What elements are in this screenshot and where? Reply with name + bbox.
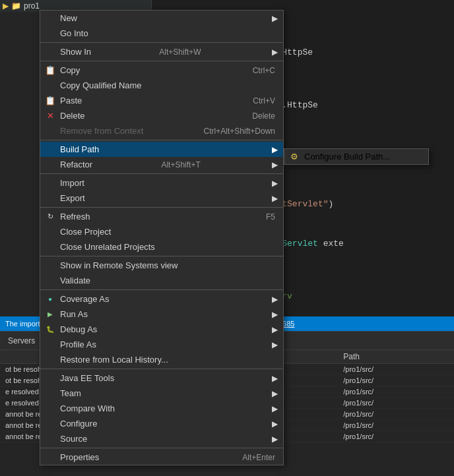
copy-icon: 📋 bbox=[43, 65, 57, 75]
menu-item-refactor[interactable]: Refactor Alt+Shift+T ▶ bbox=[40, 157, 283, 172]
tab-servers[interactable]: Servers bbox=[3, 334, 40, 348]
arrow-icon-refactor: ▶ bbox=[272, 160, 278, 169]
delete-icon: ✕ bbox=[43, 111, 57, 121]
arrow-icon-build-path: ▶ bbox=[272, 145, 278, 154]
shortcut-refactor: Alt+Shift+T bbox=[161, 160, 203, 169]
menu-item-new-label: New bbox=[60, 13, 77, 23]
separator-6 bbox=[40, 256, 283, 256]
menu-item-compare-with[interactable]: Compare With ▶ bbox=[40, 401, 283, 416]
menu-item-debug-as[interactable]: 🐛 Debug As ▶ bbox=[40, 322, 283, 337]
menu-item-build-path[interactable]: Build Path ▶ bbox=[40, 142, 283, 157]
menu-item-refresh[interactable]: ↻ Refresh F5 bbox=[40, 209, 283, 224]
shortcut-refresh: F5 bbox=[266, 212, 278, 222]
menu-item-configure[interactable]: Configure ▶ bbox=[40, 416, 283, 431]
arrow-icon-configure: ▶ bbox=[272, 419, 278, 429]
menu-item-show-remote[interactable]: Show in Remote Systems view bbox=[40, 258, 283, 273]
menu-item-delete-label: Delete bbox=[60, 111, 85, 121]
menu-item-close-project[interactable]: Close Project bbox=[40, 224, 283, 239]
submenu-item-configure-build-path[interactable]: ⚙ Configure Build Path... bbox=[284, 149, 428, 164]
row-path: /pro1/src/ bbox=[338, 386, 454, 398]
menu-item-paste[interactable]: 📋 Paste Ctrl+V bbox=[40, 93, 283, 108]
col-header-path: Path bbox=[338, 350, 454, 364]
menu-item-validate-label: Validate bbox=[60, 276, 90, 285]
menu-item-debug-as-label: Debug As bbox=[60, 324, 97, 334]
menu-item-copy-qualified-label: Copy Qualified Name bbox=[60, 80, 142, 90]
menu-item-go-into[interactable]: Go Into bbox=[40, 26, 283, 41]
separator-9 bbox=[40, 448, 283, 448]
arrow-icon-debug: ▶ bbox=[272, 325, 278, 334]
separator-8 bbox=[40, 369, 283, 369]
menu-item-validate[interactable]: Validate bbox=[40, 273, 283, 288]
menu-item-go-into-label: Go Into bbox=[60, 28, 88, 38]
shortcut-copy: Ctrl+C bbox=[253, 66, 278, 75]
arrow-icon-coverage: ▶ bbox=[272, 295, 278, 304]
row-path: /pro1/src/ bbox=[338, 409, 454, 420]
arrow-icon-export: ▶ bbox=[272, 194, 278, 203]
menu-item-coverage-as[interactable]: ● Coverage As ▶ bbox=[40, 291, 283, 307]
menu-item-copy-qualified[interactable]: Copy Qualified Name bbox=[40, 78, 283, 93]
menu-item-java-ee-tools-label: Java EE Tools bbox=[60, 373, 114, 383]
menu-item-coverage-as-label: Coverage As bbox=[60, 294, 109, 304]
arrow-icon-compare: ▶ bbox=[272, 404, 278, 413]
coverage-icon: ● bbox=[43, 295, 57, 303]
menu-item-refresh-label: Refresh bbox=[60, 212, 90, 222]
menu-item-delete[interactable]: ✕ Delete Delete bbox=[40, 108, 283, 123]
debug-icon: 🐛 bbox=[43, 326, 57, 333]
arrow-icon: ▶ bbox=[272, 14, 278, 23]
menu-item-export[interactable]: Export ▶ bbox=[40, 191, 283, 206]
run-icon: ▶ bbox=[43, 311, 57, 318]
menu-item-team[interactable]: Team ▶ bbox=[40, 386, 283, 401]
separator-4 bbox=[40, 173, 283, 174]
menu-item-close-unrelated-label: Close Unrelated Projects bbox=[60, 242, 155, 252]
tab-servers-label: Servers bbox=[8, 336, 35, 345]
menu-item-source[interactable]: Source ▶ bbox=[40, 431, 283, 446]
arrow-icon-import: ▶ bbox=[272, 179, 278, 188]
arrow-icon-team: ▶ bbox=[272, 389, 278, 398]
menu-item-java-ee-tools[interactable]: Java EE Tools ▶ bbox=[40, 371, 283, 386]
menu-item-copy-label: Copy bbox=[60, 65, 80, 75]
menu-item-export-label: Export bbox=[60, 193, 85, 203]
menu-item-close-unrelated[interactable]: Close Unrelated Projects bbox=[40, 239, 283, 254]
menu-item-source-label: Source bbox=[60, 434, 87, 444]
refresh-icon: ↻ bbox=[43, 212, 57, 221]
arrow-icon-show-in: ▶ bbox=[272, 47, 278, 57]
arrow-icon-profile: ▶ bbox=[272, 340, 278, 349]
menu-item-new[interactable]: New ▶ bbox=[40, 11, 283, 26]
project-label: pro1 bbox=[24, 1, 40, 11]
configure-build-path-icon: ⚙ bbox=[287, 152, 302, 162]
menu-item-show-in-label: Show In bbox=[60, 47, 91, 57]
build-path-submenu: ⚙ Configure Build Path... bbox=[284, 148, 429, 165]
row-path: /pro1/src/ bbox=[338, 431, 454, 442]
shortcut-paste: Ctrl+V bbox=[253, 96, 278, 105]
shortcut-properties: Alt+Enter bbox=[242, 453, 278, 462]
menu-item-restore-history[interactable]: Restore from Local History... bbox=[40, 352, 283, 367]
menu-item-profile-as[interactable]: Profile As ▶ bbox=[40, 337, 283, 352]
menu-item-copy[interactable]: 📋 Copy Ctrl+C bbox=[40, 63, 283, 78]
menu-item-import[interactable]: Import ▶ bbox=[40, 175, 283, 191]
menu-item-team-label: Team bbox=[60, 388, 81, 398]
row-path: /pro1/src/ bbox=[338, 398, 454, 409]
menu-item-show-remote-label: Show in Remote Systems view bbox=[60, 260, 178, 270]
menu-item-properties[interactable]: Properties Alt+Enter bbox=[40, 450, 283, 465]
menu-item-show-in[interactable]: Show In Alt+Shift+W ▶ bbox=[40, 44, 283, 59]
arrow-icon-source: ▶ bbox=[272, 434, 278, 444]
menu-item-build-path-label: Build Path bbox=[60, 144, 99, 154]
paste-icon: 📋 bbox=[43, 96, 57, 105]
context-menu: New ▶ Go Into Show In Alt+Shift+W ▶ 📋 Co… bbox=[40, 10, 284, 465]
menu-item-remove-context-label: Remove from Context bbox=[60, 126, 143, 136]
menu-item-compare-with-label: Compare With bbox=[60, 403, 115, 413]
shortcut-show-in: Alt+Shift+W bbox=[159, 47, 203, 57]
row-path: /pro1/src/ bbox=[338, 420, 454, 431]
separator-2 bbox=[40, 61, 283, 61]
separator-3 bbox=[40, 140, 283, 140]
arrow-icon-run: ▶ bbox=[272, 310, 278, 319]
menu-item-import-label: Import bbox=[60, 178, 84, 188]
separator-5 bbox=[40, 207, 283, 208]
row-path: /pro1/src/ bbox=[338, 375, 454, 386]
menu-item-remove-context[interactable]: Remove from Context Ctrl+Alt+Shift+Down bbox=[40, 123, 283, 138]
menu-item-run-as[interactable]: ▶ Run As ▶ bbox=[40, 307, 283, 322]
menu-item-profile-as-label: Profile As bbox=[60, 340, 96, 349]
menu-item-refactor-label: Refactor bbox=[60, 160, 92, 169]
menu-item-properties-label: Properties bbox=[60, 452, 99, 462]
row-path: /pro1/src/ bbox=[338, 364, 454, 375]
